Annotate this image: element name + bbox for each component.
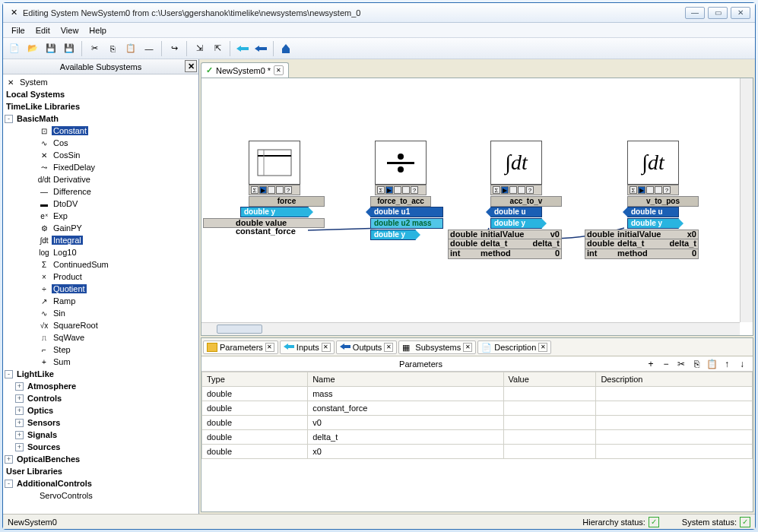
- tab-subsystems[interactable]: ▦Subsystems✕: [398, 340, 476, 354]
- tree-item[interactable]: Sources: [26, 442, 62, 451]
- expand-icon[interactable]: ⇱: [209, 40, 226, 57]
- export-icon[interactable]: ↪: [166, 40, 182, 57]
- expand-icon[interactable]: +: [15, 407, 24, 415]
- down-icon[interactable]: ↓: [736, 358, 748, 370]
- tab-close-icon[interactable]: ✕: [463, 343, 472, 352]
- expand-icon[interactable]: +: [15, 419, 24, 427]
- tab-outputs[interactable]: Outputs✕: [336, 340, 398, 354]
- expand-icon[interactable]: -: [5, 370, 13, 378]
- expand-icon[interactable]: -: [5, 115, 13, 123]
- expand-icon[interactable]: -: [5, 480, 13, 488]
- menu-file[interactable]: File: [6, 24, 30, 36]
- paste-icon[interactable]: 📋: [122, 40, 139, 57]
- table-row[interactable]: doublev0: [202, 416, 753, 430]
- expand-icon[interactable]: +: [15, 443, 24, 451]
- port-out[interactable]: double y: [490, 218, 542, 229]
- table-row[interactable]: doublex0: [202, 445, 753, 459]
- tree-item[interactable]: SqWave: [52, 333, 86, 342]
- table-row[interactable]: doublemass: [202, 387, 753, 401]
- tree-item[interactable]: ContinuedSum: [52, 260, 110, 269]
- arrow1-icon[interactable]: [234, 40, 251, 57]
- expand-icon[interactable]: +: [5, 455, 13, 464]
- tree-item[interactable]: Signals: [26, 430, 59, 439]
- sidebar-close-icon[interactable]: ✕: [185, 60, 197, 72]
- add-icon[interactable]: +: [645, 358, 657, 370]
- tab-parameters[interactable]: Parameters✕: [203, 340, 278, 354]
- column-header[interactable]: Description: [596, 372, 753, 387]
- tree-item[interactable]: Difference: [52, 187, 93, 196]
- save-icon[interactable]: 💾: [43, 40, 59, 57]
- new-icon[interactable]: 📄: [6, 40, 23, 57]
- editor-tab[interactable]: ✓ NewSystem0 * ✕: [201, 62, 289, 78]
- block-acc-to-v[interactable]: ∫dt Σ▶? acc_to_v double u double y doubl…: [490, 141, 562, 259]
- port-in[interactable]: double u: [490, 207, 542, 217]
- copy-icon[interactable]: ⎘: [690, 358, 702, 370]
- tree-item[interactable]: CosSin: [52, 150, 81, 160]
- tree-item[interactable]: Sum: [52, 357, 72, 366]
- tree-item[interactable]: Optics: [26, 406, 55, 415]
- tree-item[interactable]: FixedDelay: [52, 163, 97, 172]
- minimize-button[interactable]: —: [685, 7, 705, 19]
- remove-icon[interactable]: −: [660, 358, 672, 370]
- titlebar[interactable]: ✕ Editing System NewSystem0 from c:\User…: [3, 3, 755, 23]
- tree-item[interactable]: Product: [52, 272, 84, 281]
- tree-item[interactable]: Step: [52, 345, 72, 354]
- copy-icon[interactable]: ⎘: [104, 40, 121, 57]
- menu-edit[interactable]: Edit: [30, 24, 56, 36]
- menu-help[interactable]: Help: [84, 24, 112, 36]
- tree-item[interactable]: Cos: [52, 138, 70, 147]
- tree-item[interactable]: Log10: [52, 248, 78, 257]
- tree-item[interactable]: SquareRoot: [52, 321, 100, 330]
- port-out[interactable]: double y: [627, 218, 679, 229]
- menu-view[interactable]: View: [56, 24, 84, 36]
- collapse-icon[interactable]: ⇲: [191, 40, 208, 57]
- block-force[interactable]: Σ▶? force double y double value constant…: [249, 141, 325, 228]
- tree-item[interactable]: Constant: [52, 126, 88, 135]
- column-header[interactable]: Name: [308, 372, 503, 387]
- column-header[interactable]: Value: [503, 372, 596, 387]
- expand-icon[interactable]: +: [15, 394, 24, 403]
- tree-item[interactable]: Ramp: [52, 296, 77, 306]
- tree-item[interactable]: Derivative: [52, 175, 92, 184]
- port-in[interactable]: double u: [627, 207, 679, 217]
- cut-icon[interactable]: ✂: [675, 358, 687, 370]
- column-header[interactable]: Type: [202, 372, 308, 387]
- tree-item[interactable]: Atmosphere: [26, 382, 78, 391]
- tree-item[interactable]: DtoDV: [52, 199, 79, 208]
- port-out[interactable]: double y: [240, 207, 309, 217]
- subsystem-tree[interactable]: ✕System Local Systems TimeLike Libraries…: [3, 74, 198, 514]
- cut-icon[interactable]: ✂: [86, 40, 103, 57]
- arrow2-icon[interactable]: [252, 40, 269, 57]
- tab-close-icon[interactable]: ✕: [265, 343, 274, 352]
- tab-close-icon[interactable]: ✕: [274, 65, 284, 75]
- block-v-to-pos[interactable]: ∫dt Σ▶? v_to_pos double u double y doubl…: [627, 141, 699, 259]
- horizontal-scrollbar[interactable]: [201, 322, 740, 335]
- tab-close-icon[interactable]: ✕: [322, 343, 331, 352]
- tab-inputs[interactable]: Inputs✕: [280, 340, 335, 354]
- close-button[interactable]: ✕: [731, 7, 750, 19]
- port-out[interactable]: double y: [370, 230, 416, 240]
- delete-icon[interactable]: —: [141, 40, 157, 57]
- port-in-ext[interactable]: double u2 mass: [370, 218, 443, 229]
- open-icon[interactable]: 📂: [24, 40, 41, 57]
- port-in[interactable]: double u1: [370, 207, 443, 217]
- tab-description[interactable]: 📄Description✕: [477, 340, 551, 354]
- table-row[interactable]: doubledelta_t: [202, 430, 753, 445]
- saveall-icon[interactable]: 💾: [61, 40, 78, 57]
- expand-icon[interactable]: +: [15, 431, 24, 439]
- tab-close-icon[interactable]: ✕: [538, 343, 547, 352]
- diagram-canvas[interactable]: Σ▶? force double y double value constant…: [201, 78, 740, 322]
- parameters-table[interactable]: TypeNameValueDescription doublemassdoubl…: [201, 372, 753, 511]
- tab-close-icon[interactable]: ✕: [384, 343, 393, 352]
- tree-item[interactable]: Sin: [52, 309, 67, 318]
- tree-item[interactable]: Exp: [52, 211, 69, 220]
- tree-item[interactable]: GainPY: [52, 223, 84, 233]
- paste-icon[interactable]: 📋: [706, 358, 718, 370]
- tree-item[interactable]: Controls: [26, 394, 63, 403]
- tree-item[interactable]: Sensors: [26, 418, 62, 427]
- tree-item[interactable]: Integral: [52, 236, 83, 245]
- tree-item[interactable]: Quotient: [52, 284, 87, 293]
- expand-icon[interactable]: +: [15, 382, 24, 391]
- run-icon[interactable]: [278, 40, 294, 57]
- block-force-to-acc[interactable]: Σ▶? force_to_acc double u1 double u2 mas…: [375, 141, 443, 241]
